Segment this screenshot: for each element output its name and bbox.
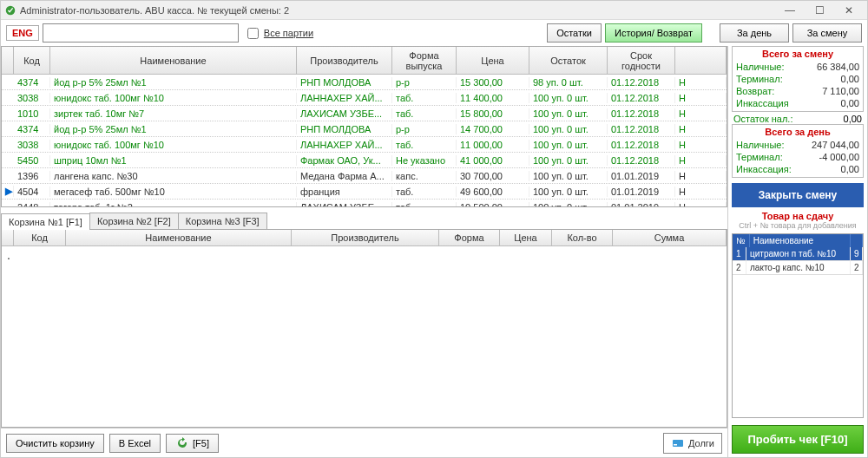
basket-grid[interactable]: Код Наименование Производитель Форма Цен…: [1, 230, 727, 428]
table-row[interactable]: 1010зиртек таб. 10мг №7ЛАХИСАМ УЗБЕ...та…: [2, 106, 727, 121]
basket-tabs: Корзина №1 [F1] Корзина №2 [F2] Корзина …: [1, 213, 727, 230]
bcol-price[interactable]: Цена: [500, 230, 552, 246]
minimize-button[interactable]: —: [775, 2, 805, 19]
products-grid-header: Код Наименование Производитель Форма вып…: [2, 47, 727, 75]
clear-basket-button[interactable]: Очистить корзину: [6, 434, 104, 453]
table-row[interactable]: 5450шприц 10мл №1Фармак ОАО, Ук...Не ука…: [2, 153, 727, 168]
svg-rect-1: [673, 440, 683, 447]
cash-remainder: Остаток нал.: 0,00: [728, 114, 867, 124]
per-day-button[interactable]: За день: [720, 23, 789, 43]
checkout-button[interactable]: Пробить чек [F10]: [732, 425, 864, 454]
col-expiry[interactable]: Срок годности: [608, 47, 675, 75]
change-goods-grid[interactable]: № Наименование 1цитрамон п таб. №1092лак…: [732, 233, 864, 418]
col-code[interactable]: Код: [14, 47, 50, 75]
debts-button[interactable]: Долги: [663, 433, 722, 454]
all-batches-label: Все партии: [264, 28, 313, 38]
change-goods-row[interactable]: 2лакто-g капс. №102: [733, 261, 863, 275]
day-inkass-value: 0,00: [841, 164, 859, 174]
bcol-maker[interactable]: Производитель: [292, 230, 439, 246]
basket-grid-header: Код Наименование Производитель Форма Цен…: [2, 230, 727, 246]
history-return-button[interactable]: История/ Возврат: [605, 23, 702, 43]
tab-basket-1[interactable]: Корзина №1 [F1]: [1, 213, 90, 230]
debts-label: Долги: [688, 438, 714, 448]
cash-remainder-label: Остаток нал.:: [733, 114, 792, 124]
tab-basket-3[interactable]: Корзина №3 [F3]: [178, 213, 267, 229]
shift-terminal-label: Терминал:: [736, 74, 783, 84]
cash-remainder-value: 0,00: [844, 114, 862, 124]
bcol-name[interactable]: Наименование: [66, 230, 292, 246]
col-price[interactable]: Цена: [457, 47, 529, 75]
change-goods-row[interactable]: 1цитрамон п таб. №109: [733, 247, 863, 261]
day-terminal-label: Терминал:: [736, 152, 783, 162]
col-maker[interactable]: Производитель: [297, 47, 392, 75]
products-grid[interactable]: Код Наименование Производитель Форма вып…: [1, 46, 727, 207]
bcol-qty[interactable]: Кол-во: [552, 230, 613, 246]
ostatki-button[interactable]: Остатки: [547, 23, 602, 43]
shift-terminal-value: 0,00: [841, 74, 859, 84]
change-col-name: Наименование: [750, 234, 851, 247]
shift-inkass-label: Инкассация: [736, 98, 789, 108]
change-goods-hint: Ctrl + № товара для добавления: [728, 221, 867, 230]
top-toolbar: ENG Все партии Остатки История/ Возврат …: [1, 20, 867, 46]
shift-inkass-value: 0,00: [841, 98, 859, 108]
refresh-button[interactable]: [F5]: [166, 434, 219, 453]
table-row[interactable]: 1396лангена капс. №30Медана Фарма А...ка…: [2, 168, 727, 184]
day-cash-value: 247 044,00: [812, 140, 859, 150]
refresh-icon: [175, 436, 189, 450]
day-totals-title: Всего за день: [736, 127, 859, 139]
shift-return-label: Возврат:: [736, 86, 774, 96]
bcol-form[interactable]: Форма: [439, 230, 500, 246]
col-name[interactable]: Наименование: [50, 47, 297, 75]
table-row[interactable]: 4374йод р-р 5% 25мл №1РНП МОЛДОВАр-р15 3…: [2, 75, 727, 90]
export-excel-button[interactable]: В Excel: [109, 434, 161, 453]
basket-placeholder: .: [7, 248, 10, 262]
day-terminal-value: -4 000,00: [819, 152, 859, 162]
basket-body: .: [2, 246, 727, 427]
table-row[interactable]: 3038юнидокс таб. 100мг №10ЛАННАХЕР ХАЙ..…: [2, 137, 727, 153]
col-stock[interactable]: Остаток: [529, 47, 608, 75]
maximize-button[interactable]: ☐: [805, 2, 834, 19]
shift-return-value: 7 110,00: [822, 86, 859, 96]
table-row[interactable]: 2448тагера таб. 1г №2...ЛАХИСАМ УЗБЕтаб1…: [2, 200, 727, 207]
bcol-sum[interactable]: Сумма: [613, 230, 727, 246]
table-row[interactable]: 3038юнидокс таб. 100мг №10ЛАННАХЕР ХАЙ..…: [2, 90, 727, 106]
shift-totals-title: Всего за смену: [736, 49, 859, 61]
per-shift-button[interactable]: За смену: [792, 23, 862, 43]
close-button[interactable]: ✕: [834, 2, 864, 19]
shift-cash-value: 66 384,00: [817, 62, 859, 72]
day-cash-label: Наличные:: [736, 140, 785, 150]
all-batches-checkbox[interactable]: [247, 28, 259, 39]
change-goods-title: Товар на сдачу: [728, 211, 867, 221]
close-shift-button[interactable]: Закрыть смену: [732, 183, 864, 207]
col-form[interactable]: Форма выпуска: [392, 47, 457, 75]
window-title: Administrator-пользователь. ABU касса. №…: [20, 5, 775, 16]
shift-cash-label: Наличные:: [736, 62, 785, 72]
day-inkass-label: Инкассация:: [736, 164, 792, 174]
debts-icon: [671, 436, 685, 450]
change-col-num: №: [733, 234, 750, 247]
bottom-bar: Очистить корзину В Excel [F5] Долги: [1, 428, 727, 457]
table-row[interactable]: 4374йод р-р 5% 25мл №1РНП МОЛДОВАр-р14 7…: [2, 121, 727, 137]
svg-rect-2: [674, 444, 677, 446]
lang-toggle[interactable]: ENG: [6, 25, 39, 41]
refresh-label: [F5]: [193, 438, 209, 448]
search-input[interactable]: [43, 23, 239, 43]
table-row[interactable]: ▶4504мегасеф таб. 500мг №10франциятаб.49…: [2, 184, 727, 200]
tab-basket-2[interactable]: Корзина №2 [F2]: [89, 213, 179, 229]
day-totals-panel: Всего за день Наличные:247 044,00 Термин…: [732, 124, 864, 178]
shift-totals-panel: Всего за смену Наличные:66 384,00 Термин…: [732, 46, 864, 112]
app-icon: [4, 4, 16, 16]
bcol-code[interactable]: Код: [14, 230, 66, 246]
window-titlebar: Administrator-пользователь. ABU касса. №…: [1, 1, 867, 20]
